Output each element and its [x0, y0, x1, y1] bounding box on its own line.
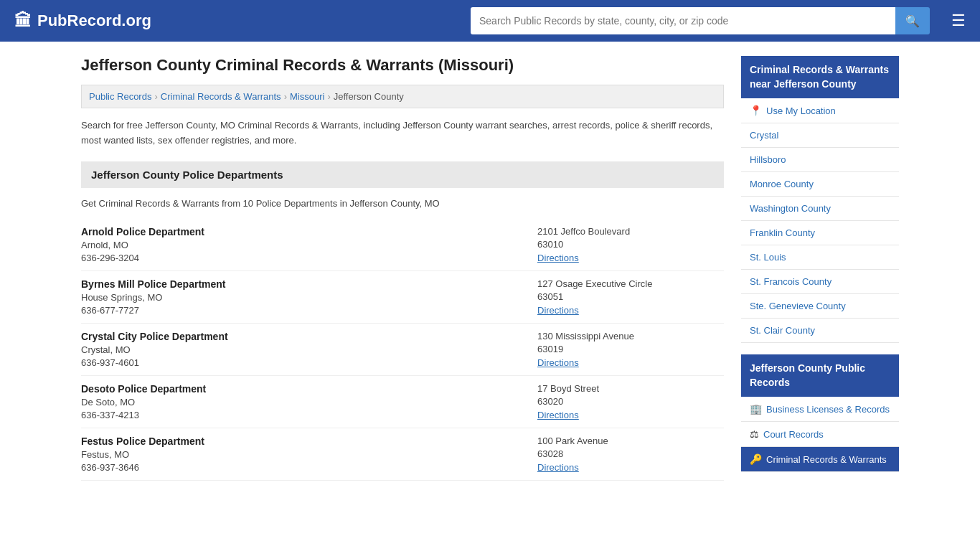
dept-name-3: Desoto Police Department: [81, 383, 523, 395]
public-records-items-list: 🏢Business Licenses & Records⚖Court Recor…: [741, 397, 899, 472]
dept-left-4: Festus Police Department Festus, MO 636-…: [81, 435, 523, 473]
main-container: Jefferson County Criminal Records & Warr…: [67, 42, 913, 498]
breadcrumb-sep-2: ›: [284, 91, 287, 102]
pr-link-0[interactable]: Business Licenses & Records: [766, 404, 890, 415]
sidebar-public-records-header: Jefferson County Public Records: [741, 354, 899, 397]
dept-directions-1[interactable]: Directions: [537, 304, 724, 316]
search-input[interactable]: [471, 7, 895, 34]
dept-city-1: House Springs, MO: [81, 292, 523, 303]
page-title: Jefferson County Criminal Records & Warr…: [81, 56, 724, 75]
dept-city-2: Crystal, MO: [81, 344, 523, 355]
page-description: Search for free Jefferson County, MO Cri…: [81, 118, 724, 149]
breadcrumb-jefferson-county: Jefferson County: [334, 91, 404, 102]
dept-city-0: Arnold, MO: [81, 240, 523, 250]
dept-entry-4: Festus Police Department Festus, MO 636-…: [81, 428, 724, 481]
nearby-item-link-4[interactable]: Franklin County: [750, 227, 815, 238]
dept-left-0: Arnold Police Department Arnold, MO 636-…: [81, 226, 523, 263]
departments-list: Arnold Police Department Arnold, MO 636-…: [81, 219, 724, 481]
dept-directions-2[interactable]: Directions: [537, 357, 724, 368]
search-icon: 🔍: [905, 15, 920, 27]
dept-address-4: 100 Park Avenue: [537, 435, 724, 446]
logo-text: PubRecord.org: [37, 11, 151, 30]
dept-address-3: 17 Boyd Street: [537, 383, 724, 394]
directions-link-4[interactable]: Directions: [537, 462, 579, 473]
dept-entry-1: Byrnes Mill Police Department House Spri…: [81, 271, 724, 324]
dept-name-4: Festus Police Department: [81, 435, 523, 447]
nearby-item-7[interactable]: Ste. Genevieve County: [741, 294, 899, 319]
pr-icon-1: ⚖: [750, 428, 759, 440]
pr-label-2: Criminal Records & Warrants: [766, 454, 887, 465]
breadcrumb-sep-3: ›: [327, 91, 330, 102]
sidebar-use-location[interactable]: 📍 Use My Location: [741, 98, 899, 123]
nearby-item-link-7[interactable]: Ste. Genevieve County: [750, 301, 846, 311]
nearby-item-8[interactable]: St. Clair County: [741, 319, 899, 343]
dept-zip-2: 63019: [537, 344, 724, 354]
directions-link-0[interactable]: Directions: [537, 253, 579, 263]
public-records-item-1[interactable]: ⚖Court Records: [741, 422, 899, 447]
nearby-item-4[interactable]: Franklin County: [741, 221, 899, 245]
dept-name-2: Crystal City Police Department: [81, 331, 523, 342]
breadcrumb-missouri[interactable]: Missouri: [290, 91, 324, 102]
section-header: Jefferson County Police Departments: [81, 161, 724, 188]
dept-left-2: Crystal City Police Department Crystal, …: [81, 331, 523, 368]
dept-entry-0: Arnold Police Department Arnold, MO 636-…: [81, 219, 724, 271]
dept-address-0: 2101 Jeffco Boulevard: [537, 226, 724, 237]
pr-link-1[interactable]: Court Records: [763, 429, 824, 440]
search-button[interactable]: 🔍: [895, 7, 930, 34]
menu-icon: ☰: [951, 11, 966, 29]
dept-right-2: 130 Mississippi Avenue 63019 Directions: [537, 331, 724, 368]
nearby-items-list: CrystalHillsboroMonroe CountyWashington …: [741, 123, 899, 343]
nearby-item-link-6[interactable]: St. Francois County: [750, 276, 831, 287]
dept-directions-4[interactable]: Directions: [537, 461, 724, 473]
nearby-item-5[interactable]: St. Louis: [741, 245, 899, 270]
nearby-item-link-2[interactable]: Monroe County: [750, 179, 814, 189]
dept-name-1: Byrnes Mill Police Department: [81, 278, 523, 290]
site-header: 🏛 PubRecord.org 🔍 ☰: [0, 0, 980, 42]
nearby-item-0[interactable]: Crystal: [741, 123, 899, 148]
dept-zip-4: 63028: [537, 448, 724, 459]
dept-name-0: Arnold Police Department: [81, 226, 523, 237]
dept-city-4: Festus, MO: [81, 449, 523, 460]
sidebar-nearby-header: Criminal Records & Warrants near Jeffers…: [741, 56, 899, 98]
dept-right-0: 2101 Jeffco Boulevard 63010 Directions: [537, 226, 724, 263]
location-icon: 📍: [750, 105, 762, 116]
content-area: Jefferson County Criminal Records & Warr…: [81, 56, 724, 484]
use-location-label: Use My Location: [766, 105, 836, 116]
nearby-item-link-0[interactable]: Crystal: [750, 130, 778, 141]
breadcrumb: Public Records › Criminal Records & Warr…: [81, 85, 724, 108]
sidebar-nearby-section: Criminal Records & Warrants near Jeffers…: [741, 56, 899, 343]
breadcrumb-public-records[interactable]: Public Records: [89, 91, 151, 102]
dept-right-1: 127 Osage Executive Circle 63051 Directi…: [537, 278, 724, 316]
directions-link-3[interactable]: Directions: [537, 410, 579, 420]
breadcrumb-criminal-records[interactable]: Criminal Records & Warrants: [161, 91, 281, 102]
logo-icon: 🏛: [14, 11, 32, 31]
dept-address-2: 130 Mississippi Avenue: [537, 331, 724, 342]
dept-entry-2: Crystal City Police Department Crystal, …: [81, 324, 724, 376]
directions-link-1[interactable]: Directions: [537, 305, 579, 316]
nearby-item-2[interactable]: Monroe County: [741, 172, 899, 197]
directions-link-2[interactable]: Directions: [537, 357, 579, 368]
site-logo[interactable]: 🏛 PubRecord.org: [14, 11, 151, 31]
public-records-item-0[interactable]: 🏢Business Licenses & Records: [741, 397, 899, 422]
nearby-item-3[interactable]: Washington County: [741, 197, 899, 221]
dept-directions-0[interactable]: Directions: [537, 252, 724, 263]
dept-right-3: 17 Boyd Street 63020 Directions: [537, 383, 724, 420]
dept-left-3: Desoto Police Department De Soto, MO 636…: [81, 383, 523, 420]
pr-icon-0: 🏢: [750, 403, 762, 415]
nearby-item-6[interactable]: St. Francois County: [741, 270, 899, 294]
menu-button[interactable]: ☰: [951, 13, 966, 29]
dept-zip-1: 63051: [537, 291, 724, 302]
sidebar: Criminal Records & Warrants near Jeffers…: [741, 56, 899, 484]
dept-left-1: Byrnes Mill Police Department House Spri…: [81, 278, 523, 316]
nearby-item-link-5[interactable]: St. Louis: [750, 252, 786, 263]
dept-right-4: 100 Park Avenue 63028 Directions: [537, 435, 724, 473]
nearby-item-1[interactable]: Hillsboro: [741, 148, 899, 172]
dept-city-3: De Soto, MO: [81, 397, 523, 408]
nearby-item-link-3[interactable]: Washington County: [750, 203, 831, 214]
search-area: 🔍: [471, 7, 930, 34]
nearby-item-link-8[interactable]: St. Clair County: [750, 325, 815, 336]
nearby-item-link-1[interactable]: Hillsboro: [750, 154, 786, 165]
public-records-item-2[interactable]: 🔑Criminal Records & Warrants: [741, 447, 899, 472]
dept-directions-3[interactable]: Directions: [537, 409, 724, 420]
sidebar-public-records-section: Jefferson County Public Records 🏢Busines…: [741, 354, 899, 472]
